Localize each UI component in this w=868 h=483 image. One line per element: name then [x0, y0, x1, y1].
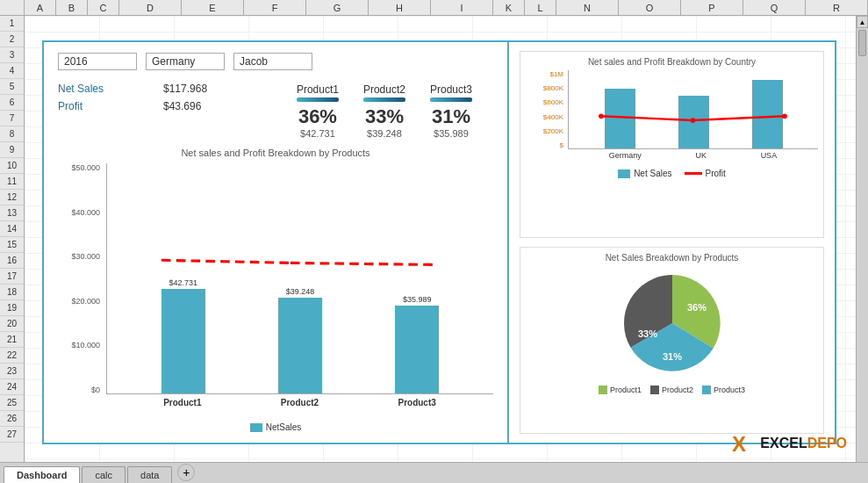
col-e: E	[182, 0, 244, 15]
country-chart: Net sales and Profit Breakdown by Countr…	[520, 51, 824, 238]
x-label-product1-text: Product1	[163, 398, 201, 407]
kpi-values: $117.968 $43.696	[163, 83, 233, 112]
cy-200k: $200K	[543, 127, 563, 135]
row-7: 7	[0, 111, 24, 126]
row-3: 3	[0, 47, 24, 63]
country-bar-germany	[605, 89, 635, 148]
pie-pct-product2: 33%	[637, 328, 656, 339]
country-chart-area: $1M $800K $600K $400K $200K $	[526, 70, 818, 167]
year-dropdown[interactable]: 2016 2015 2014 2017	[58, 53, 137, 70]
bar3-value: $35.989	[403, 295, 432, 304]
product2-pct: 33%	[351, 105, 418, 128]
col-i: I	[431, 0, 493, 15]
cx-uk: UK	[695, 151, 707, 160]
y-label-4: $10.000	[71, 341, 100, 350]
row-2: 2	[0, 32, 24, 47]
row-25: 25	[0, 395, 24, 411]
exceldepo-excel: EXCEL	[760, 436, 807, 451]
row-9: 9	[0, 142, 24, 158]
exceldepo-logo: X EXCELDEPO	[730, 432, 847, 457]
tab-add-button[interactable]: +	[177, 464, 195, 481]
col-g: G	[306, 0, 369, 15]
pie-legend-box-product2	[650, 386, 659, 394]
legend-netsales: NetSales	[250, 422, 302, 432]
y-label-0: $50.000	[71, 163, 100, 172]
exceldepo-depo: DEPO	[807, 436, 847, 451]
pie-legend-label-product1: Product1	[610, 386, 642, 394]
right-scrollbar[interactable]: ▲	[856, 16, 868, 462]
bar-product1: $42.731	[161, 278, 205, 393]
pie-pct-product3: 31%	[662, 351, 681, 362]
bar-product2: $39.248	[278, 287, 322, 393]
pie-legend-product1: Product1	[599, 386, 642, 394]
left-chart-title: Net sales and Profit Breakdown by Produc…	[58, 148, 493, 158]
legend-netsales-box	[250, 423, 262, 432]
pie-legend-label-product2: Product2	[662, 386, 693, 394]
cy-600k: $600K	[543, 98, 563, 106]
country-legend-profit-label: Profit	[706, 169, 726, 178]
person-dropdown-wrapper[interactable]: Jacob Anna Peter	[233, 53, 312, 70]
cy-0: $	[560, 141, 563, 149]
year-dropdown-wrapper[interactable]: 2016 2015 2014 2017	[58, 53, 137, 70]
row-18: 18	[0, 285, 24, 300]
col-b: B	[56, 0, 88, 15]
row-1: 1	[0, 16, 24, 32]
pie-legend-product3: Product3	[702, 386, 745, 394]
tab-calc[interactable]: calc	[82, 466, 126, 483]
tab-dashboard[interactable]: Dashboard	[4, 466, 80, 483]
row-4: 4	[0, 63, 24, 79]
y-label-2: $30.000	[71, 252, 100, 261]
net-sales-value: $117.968	[163, 83, 233, 95]
cy-1m: $1M	[549, 70, 563, 78]
product3-header: Product3	[418, 83, 484, 97]
country-dropdown[interactable]: Germany UK USA	[146, 53, 225, 70]
bar2	[278, 298, 322, 393]
x-labels-row: Product1 Product2 Product3	[106, 394, 493, 421]
col-h: H	[369, 0, 431, 15]
country-legend-profit-line	[685, 172, 702, 175]
scroll-up-btn[interactable]: ▲	[857, 16, 868, 28]
left-chart-legend: NetSales	[58, 422, 493, 432]
legend-netsales-label: NetSales	[266, 422, 302, 432]
product1-pct: 36%	[284, 105, 351, 128]
row-27: 27	[0, 427, 24, 443]
right-panel: Net sales and Profit Breakdown by Countr…	[509, 42, 835, 443]
x-label-product2-text: Product2	[281, 398, 319, 407]
row-23: 23	[0, 364, 24, 379]
col-q: Q	[743, 0, 806, 15]
row-20: 20	[0, 316, 24, 332]
pie-svg-wrapper: 36% 31% 33%	[602, 266, 742, 380]
pie-legend-box-product1	[599, 386, 607, 394]
grid-content: 2016 2015 2014 2017 Germany UK USA	[25, 16, 856, 462]
bar3	[395, 306, 439, 393]
product3-pct: 31%	[418, 105, 484, 128]
product2-header: Product2	[351, 83, 418, 97]
col-f: F	[244, 0, 306, 15]
scroll-thumb[interactable]	[858, 30, 866, 56]
row-14: 14	[0, 221, 24, 237]
country-bar-uk	[678, 96, 709, 148]
row-13: 13	[0, 205, 24, 221]
bar1	[161, 289, 205, 393]
chart-bars-container: $42.731 $39.248 $35.989	[106, 163, 493, 394]
tab-bar: Dashboard calc data +	[0, 462, 868, 483]
cy-800k: $800K	[543, 84, 563, 92]
row-19: 19	[0, 300, 24, 316]
y-label-5: $0	[91, 386, 100, 394]
bar1-value: $42.731	[169, 278, 197, 287]
country-x-labels: Germany UK USA	[568, 149, 818, 167]
row-16: 16	[0, 253, 24, 269]
pie-legend-product2: Product2	[650, 386, 693, 394]
pie-legend-box-product3	[702, 386, 711, 394]
country-dropdown-wrapper[interactable]: Germany UK USA	[146, 53, 225, 70]
col-k: K	[493, 0, 525, 15]
left-bar-chart: Net sales and Profit Breakdown by Produc…	[58, 148, 493, 432]
cx-germany: Germany	[609, 151, 642, 160]
corner-cell	[0, 0, 25, 15]
person-dropdown[interactable]: Jacob Anna Peter	[233, 53, 312, 70]
col-c: C	[88, 0, 119, 15]
col-p: P	[681, 0, 743, 15]
row-numbers: 1 2 3 4 5 6 7 8 9 10 11 12 13 14 15 16 1…	[0, 16, 25, 462]
kpi-section: Net Sales Profit $117.968 $43.696 Produc…	[58, 83, 493, 139]
tab-data[interactable]: data	[127, 466, 172, 483]
